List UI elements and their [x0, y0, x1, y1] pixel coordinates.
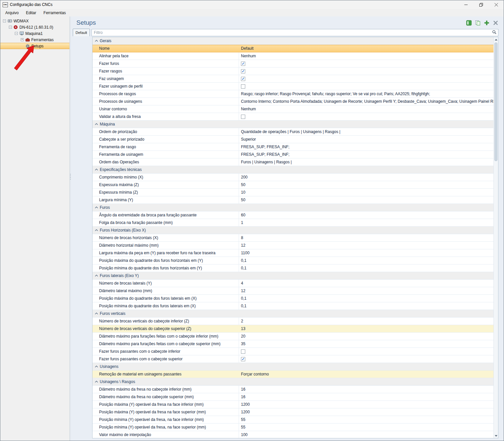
property-value[interactable]: 4	[239, 280, 493, 287]
property-value[interactable]: 20	[239, 333, 493, 340]
menu-arquivo[interactable]: Arquivo	[2, 10, 22, 16]
property-value[interactable]	[239, 83, 493, 90]
property-value[interactable]: 1200	[239, 408, 493, 416]
scroll-up-icon[interactable]	[494, 37, 498, 42]
property-row-processos-de-usinagens[interactable]: Processos de usinagensContorno Interno; …	[93, 98, 493, 105]
property-value[interactable]	[239, 348, 493, 355]
collapse-chevron-icon[interactable]	[95, 207, 99, 208]
tab-default[interactable]: Default	[73, 29, 90, 36]
property-row-posi-o-m-xima-y-oper-vel-da-fresa-na-face-superior-mm[interactable]: Posição máxima (Y) operável da fresa na …	[93, 408, 493, 416]
property-row-largura-m-xima-da-pe-a-em-y-para-receber-furo-na-face-traseira[interactable]: Largura máxima da peça em (Y) para receb…	[93, 249, 493, 257]
property-value[interactable]: 35	[239, 340, 493, 347]
checkbox-unchecked-icon[interactable]	[241, 84, 245, 89]
property-value[interactable]	[239, 60, 493, 67]
scrollbar-track[interactable]	[494, 42, 498, 433]
tree-item-wdmax[interactable]: −WDMAX	[0, 18, 69, 24]
menu-editar[interactable]: Editar	[22, 10, 40, 16]
collapse-box-icon[interactable]: −	[15, 32, 18, 35]
property-value[interactable]	[239, 355, 493, 363]
expand-box-icon[interactable]: +	[21, 38, 24, 41]
collapse-chevron-icon[interactable]	[95, 313, 99, 315]
property-value[interactable]: 8	[239, 234, 493, 241]
property-value[interactable]: 2	[239, 317, 493, 325]
property-row-di-metro-m-ximo-da-fresa-no-cabe-ote-superior-mm[interactable]: Diâmetro máximo da fresa no cabeçote sup…	[93, 393, 493, 401]
property-value[interactable]: 0,1	[239, 257, 493, 264]
category-usinagens-rasgos[interactable]: Usinagens \ Rasgos	[93, 378, 493, 386]
property-row-di-metro-m-ximo-para-fura-es-feitas-com-o-cabe-ote-inferior-mm[interactable]: Diâmetro máximo para furações feitas com…	[93, 333, 493, 340]
property-value[interactable]	[239, 68, 493, 75]
property-value[interactable]: 55	[239, 416, 493, 423]
vertical-scrollbar[interactable]	[493, 37, 498, 438]
property-row-usinar-contorno[interactable]: Usinar contornoNenhum	[93, 105, 493, 113]
property-row-fazer-usinagem-de-perfil[interactable]: Fazer usinagem de perfil	[93, 83, 493, 90]
property-row-espessura-m-xima-z[interactable]: Espessura máxima (Z)50	[93, 181, 493, 189]
property-value[interactable]: FRESA_SUP; FRESA_INF;	[239, 143, 493, 151]
property-row-posi-o-m-xima-y-oper-vel-da-fresa-na-face-inferior-mm[interactable]: Posição máxima (Y) operável da fresa na …	[93, 401, 493, 408]
minimize-button[interactable]	[458, 0, 473, 9]
property-row-fazer-furos[interactable]: Fazer furos	[93, 60, 493, 68]
property-row-n-mero-de-brocas-verticais-do-cabe-ote-inferior-z[interactable]: Número de brocas verticais do cabeçote i…	[93, 317, 493, 325]
panel-splitter[interactable]	[69, 16, 71, 441]
category-furos-verticais[interactable]: Furos verticais	[93, 310, 493, 317]
property-value[interactable]: 50	[239, 196, 493, 204]
property-value[interactable]: 1200	[239, 401, 493, 408]
collapse-chevron-icon[interactable]	[95, 123, 99, 125]
checkbox-checked-icon[interactable]	[241, 357, 245, 361]
property-value[interactable]: Forçar contorno	[239, 371, 493, 378]
property-value[interactable]: Rasgo; rasgo inferior; Rasgo Provençal; …	[239, 90, 493, 97]
property-row-nome[interactable]: NomeDefault	[93, 45, 493, 52]
category-especifica-es-t-cnicas[interactable]: Especificações técnicas	[93, 166, 493, 174]
checkbox-checked-icon[interactable]	[241, 69, 245, 73]
property-row-n-mero-de-brocas-horizontais-x[interactable]: Número de brocas horizontais (X)8	[93, 234, 493, 242]
property-value[interactable]: 0,1	[239, 264, 493, 272]
collapse-chevron-icon[interactable]	[95, 229, 99, 231]
property-row-di-metro-lateral-m-ximo-mm[interactable]: Diâmetro lateral máximo (mm)12	[93, 287, 493, 295]
category-furos-horizontais-eixo-x[interactable]: Furos Horizontais (Eixo X)	[93, 227, 493, 234]
collapse-chevron-icon[interactable]	[95, 366, 99, 368]
property-row-largura-m-nima-y[interactable]: Largura mínima (Y)50	[93, 196, 493, 204]
property-value[interactable]: 50	[239, 181, 493, 188]
property-row-posi-o-m-nima-do-quadrante-dos-furos-laterais-em-x[interactable]: Posição mínima do quadrante dos furos la…	[93, 302, 493, 310]
restore-button[interactable]	[473, 0, 489, 9]
property-value[interactable]: 100	[239, 431, 493, 438]
duplicate-icon[interactable]	[475, 20, 481, 26]
property-row-comprimento-m-nimo-x[interactable]: Comprimento mínimo (X)200	[93, 174, 493, 181]
property-row-posi-o-m-nima-y-oper-vel-da-fresa-na-face-superior-mm[interactable]: Posição mínima (Y) operável da fresa, na…	[93, 424, 493, 431]
property-value[interactable]: 16	[239, 393, 493, 400]
property-value[interactable]: Nenhum	[239, 105, 493, 113]
property-row-fazer-furos-passantes-com-o-cabe-ote-superior[interactable]: Fazer furos passantes com o cabeçote sup…	[93, 355, 493, 363]
property-value[interactable]: 1	[239, 219, 493, 226]
property-value[interactable]: Contorno Interno; Contorno Porta Almofad…	[239, 98, 493, 105]
property-row-ngulo-da-extremidade-da-broca-para-fura-o-passante[interactable]: Ângulo da extremidade da broca para fura…	[93, 211, 493, 219]
menu-ferramentas[interactable]: Ferramentas	[40, 10, 69, 16]
property-value[interactable]: 12	[239, 242, 493, 249]
property-value[interactable]: 13	[239, 325, 493, 332]
category-usinagens[interactable]: Usinagens	[93, 363, 493, 371]
property-value[interactable]: 16	[239, 386, 493, 393]
property-value[interactable]: 1100	[239, 249, 493, 257]
property-row-remo-o-de-material-em-usinagens-passantes[interactable]: Remoção de material em usinagens passant…	[93, 371, 493, 378]
close-button[interactable]	[489, 0, 504, 9]
property-value[interactable]: Quantidade de operações | Furos | Usinag…	[239, 128, 493, 135]
filter-input[interactable]	[94, 30, 492, 35]
scrollbar-thumb[interactable]	[494, 42, 497, 161]
category-m-quina[interactable]: Máquina	[93, 121, 493, 128]
info-panel-icon[interactable]	[466, 20, 472, 26]
property-row-n-mero-de-brocas-verticais-do-cabe-ote-superior-z[interactable]: Número de brocas verticais do cabeçote s…	[93, 325, 493, 333]
property-row-posi-o-m-nima-y-oper-vel-da-fresa-na-face-inferior-mm[interactable]: Posição mínima (Y) operável da fresa, na…	[93, 416, 493, 424]
collapse-box-icon[interactable]: −	[9, 26, 12, 29]
category-furos[interactable]: Furos	[93, 204, 493, 211]
property-row-n-mero-de-brocas-laterais-y[interactable]: Número de brocas laterais (Y)4	[93, 280, 493, 287]
scroll-down-icon[interactable]	[494, 433, 498, 438]
property-row-posi-o-m-nima-do-quadrante-dos-furos-horizontais-em-y[interactable]: Posição mínima do quadrante dos furos ho…	[93, 264, 493, 272]
checkbox-unchecked-icon[interactable]	[241, 115, 245, 119]
property-row-faz-usinagem[interactable]: Faz usinagem	[93, 75, 493, 83]
property-value[interactable]: 10	[239, 189, 493, 196]
checkbox-checked-icon[interactable]	[241, 62, 245, 66]
property-value[interactable]: FRESA_SUP; FRESA_INF;	[239, 151, 493, 158]
property-row-validar-a-altura-da-fresa[interactable]: Validar a altura da fresa	[93, 113, 493, 121]
search-icon[interactable]	[492, 30, 496, 36]
property-value[interactable]: Default	[239, 45, 493, 52]
property-row-fazer-furos-passantes-com-o-cabe-ote-inferior[interactable]: Fazer furos passantes com o cabeçote inf…	[93, 348, 493, 355]
property-value[interactable]: 55	[239, 424, 493, 431]
